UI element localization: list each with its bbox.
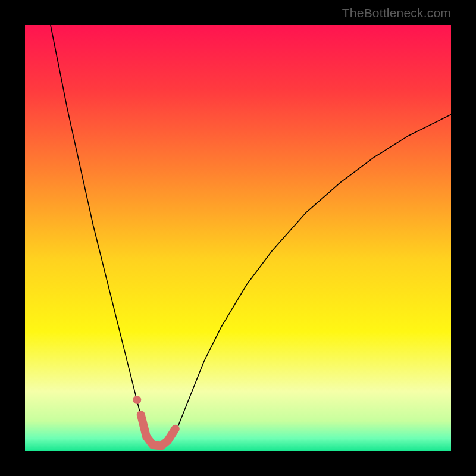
gradient-rect — [25, 25, 451, 451]
plot-area — [25, 25, 451, 451]
watermark-text: TheBottleneck.com — [342, 6, 451, 20]
chart-container: TheBottleneck.com — [0, 0, 476, 476]
series-highlight-dot — [133, 396, 141, 404]
chart-svg — [25, 25, 451, 451]
